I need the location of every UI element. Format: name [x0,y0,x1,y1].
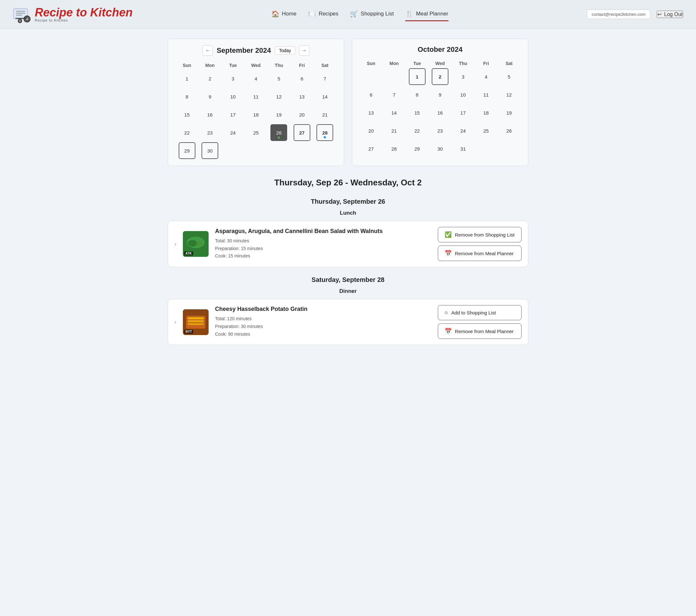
oct-24[interactable]: 24 [455,122,471,139]
sep-29[interactable]: 29 [179,142,195,159]
add-shopping-btn-1-0[interactable]: ○ Add to Shopping List [438,305,522,320]
oct-13[interactable]: 13 [363,104,380,121]
sep-6[interactable]: 6 [294,70,310,87]
svg-point-7 [19,20,21,21]
day-section-1: Saturday, September 28 Dinner › NYT Chee… [168,276,528,345]
sep-empty-1 [225,142,241,159]
sep-5[interactable]: 5 [270,70,287,87]
sep-7[interactable]: 7 [316,70,333,87]
sep-2[interactable]: 2 [202,70,218,87]
oct-4[interactable]: 4 [478,68,494,85]
oct-7[interactable]: 7 [386,86,402,103]
september-calendar: ← September 2024 Today → Sun Mon Tue Wed… [168,38,344,166]
oct-8[interactable]: 8 [409,86,426,103]
oct-3[interactable]: 3 [455,68,471,85]
sep-17[interactable]: 17 [225,106,241,123]
recipe-chevron-1-0[interactable]: › [174,319,176,325]
recipe-total-1-0: Total: 120 minutes [215,315,431,323]
recipe-thumb-bg-1-0: NYT [183,309,209,335]
today-button[interactable]: Today [275,46,295,55]
recipe-thumb-label-1-0: NYT [184,329,193,334]
sep-16[interactable]: 16 [202,106,218,123]
logout-button[interactable]: ↩ Log Out [657,11,683,18]
sep-27[interactable]: 27 [294,124,310,141]
oct-15[interactable]: 15 [409,104,426,121]
oct-1[interactable]: 1 [409,68,426,85]
oct-6[interactable]: 6 [363,86,380,103]
oct-9[interactable]: 9 [432,86,448,103]
logo-icon [13,5,32,24]
sep-26[interactable]: 26 [270,124,287,141]
nav-shopping[interactable]: 🛒 Shopping List [350,7,394,21]
sep-15[interactable]: 15 [179,106,195,123]
oct-2[interactable]: 2 [432,68,448,85]
remove-meal-btn-0-0[interactable]: 📅 Remove from Meal Planner [438,246,522,261]
oct-calendar-header: October 2024 [360,45,520,54]
sep-22[interactable]: 22 [179,124,195,141]
home-icon: 🏠 [271,10,280,18]
oct-12[interactable]: 12 [501,86,517,103]
oct-18[interactable]: 18 [478,104,494,121]
oct-10[interactable]: 10 [455,86,471,103]
october-calendar: October 2024 Sun Mon Tue Wed Thu Fri Sat… [352,38,528,166]
sep-9[interactable]: 9 [202,88,218,105]
recipe-chevron-0-0[interactable]: › [174,241,176,247]
sep-4[interactable]: 4 [248,70,264,87]
oct-30[interactable]: 30 [432,140,448,157]
remove-shopping-btn-0-0[interactable]: ✅ Remove from Shopping List [438,227,522,242]
nav-meal-planner[interactable]: 🍴 Meal Planner [405,7,448,21]
remove-meal-btn-1-0[interactable]: 📅 Remove from Meal Planner [438,323,522,339]
meal-planner-icon: 🍴 [405,10,413,18]
recipe-cook-1-0: Cook: 90 minutes [215,330,431,338]
recipe-card-0-0: › ATK Asparagus, Arugula, and Cannellini… [168,221,528,267]
sep-21[interactable]: 21 [316,106,333,123]
prev-month-button[interactable]: ← [203,45,213,56]
oct-5[interactable]: 5 [501,68,517,85]
oct-26[interactable]: 26 [501,122,517,139]
oct-16[interactable]: 16 [432,104,448,121]
oct-25[interactable]: 25 [478,122,494,139]
next-month-button[interactable]: → [299,45,310,56]
oct-11[interactable]: 11 [478,86,494,103]
sep-28[interactable]: 28 [316,124,333,141]
sep-23[interactable]: 23 [202,124,218,141]
sep-30[interactable]: 30 [202,142,218,159]
circle-icon-1-0: ○ [445,309,448,316]
oct-19[interactable]: 19 [501,104,517,121]
nav-meal-planner-label: Meal Planner [416,11,448,17]
sep-20[interactable]: 20 [294,106,310,123]
sep-25[interactable]: 25 [248,124,264,141]
sep-12[interactable]: 12 [270,88,287,105]
sep-14[interactable]: 14 [316,88,333,105]
oct-28[interactable]: 28 [386,140,402,157]
oct-27[interactable]: 27 [363,140,380,157]
sep-3[interactable]: 3 [225,70,241,87]
logout-icon: ↩ [658,11,662,17]
meal-type-0-0: Lunch [168,210,528,216]
recipe-thumb-bg-0-0: ATK [183,231,209,257]
sep-18[interactable]: 18 [248,106,264,123]
oct-21[interactable]: 21 [386,122,402,139]
calendars-row: ← September 2024 Today → Sun Mon Tue Wed… [168,38,528,166]
calendar-icon-0-0: 📅 [445,250,452,257]
nav-recipes[interactable]: 🍽️ Recipes [308,7,338,21]
sep-19[interactable]: 19 [270,106,287,123]
sep-11[interactable]: 11 [248,88,264,105]
oct-29[interactable]: 29 [409,140,426,157]
oct-day-header-tue: Tue [406,59,428,68]
oct-day-header-sat: Sat [498,59,520,68]
oct-20[interactable]: 20 [363,122,380,139]
sep-24[interactable]: 24 [225,124,241,141]
oct-14[interactable]: 14 [386,104,402,121]
oct-31[interactable]: 31 [455,140,471,157]
oct-23[interactable]: 23 [432,122,448,139]
oct-17[interactable]: 17 [455,104,471,121]
nav-home[interactable]: 🏠 Home [271,7,297,21]
sep-10[interactable]: 10 [225,88,241,105]
oct-22[interactable]: 22 [409,122,426,139]
sep-1[interactable]: 1 [179,70,195,87]
recipe-thumb-0-0: ATK [183,231,209,257]
sep-8[interactable]: 8 [179,88,195,105]
sep-13[interactable]: 13 [294,88,310,105]
sep-empty-2 [248,142,264,159]
